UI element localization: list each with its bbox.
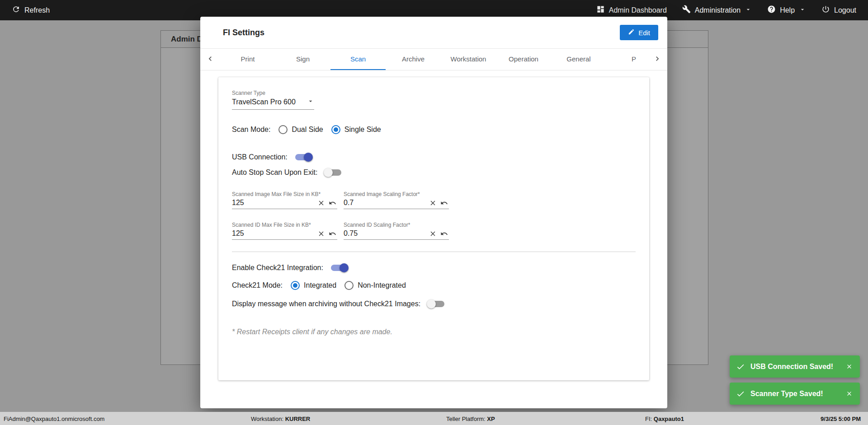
clear-icon[interactable] xyxy=(428,199,438,207)
chevron-down-icon xyxy=(799,6,806,15)
scanned-image-max-size-field: Scanned Image Max File Size in KB* xyxy=(232,191,337,209)
scanner-type-select[interactable]: Scanner Type TravelScan Pro 600 xyxy=(232,90,314,110)
clear-icon[interactable] xyxy=(428,230,438,238)
scan-settings-card: Scanner Type TravelScan Pro 600 Scan Mod… xyxy=(218,77,649,380)
tab-workstation[interactable]: Workstation xyxy=(441,49,496,70)
edit-button[interactable]: Edit xyxy=(620,25,658,40)
refresh-button[interactable]: Refresh xyxy=(12,5,50,15)
tab-clipped[interactable]: P xyxy=(606,49,647,70)
radio-unchecked-icon xyxy=(278,125,288,134)
undo-icon[interactable] xyxy=(439,230,449,238)
non-integrated-label: Non-Integrated xyxy=(358,281,406,290)
check21-mode-option-integrated[interactable]: Integrated xyxy=(291,281,336,290)
scanned-image-scaling-field: Scanned Image Scaling Factor* xyxy=(344,191,449,209)
dashboard-icon xyxy=(596,5,605,15)
help-label: Help xyxy=(780,6,795,14)
display-message-toggle[interactable] xyxy=(427,299,446,309)
logout-label: Logout xyxy=(834,6,856,14)
tabs-viewport: Print Sign Scan Archive Workstation Oper… xyxy=(220,49,647,70)
scan-mode-label: Scan Mode: xyxy=(232,126,270,134)
tabs-scroll-right-button[interactable] xyxy=(647,49,667,70)
workstation-status: Workstation: KURRER xyxy=(251,415,310,422)
chevron-right-icon xyxy=(653,54,662,65)
toast-message: Scanner Type Saved! xyxy=(750,390,845,398)
dual-side-label: Dual Side xyxy=(292,126,323,134)
usb-connection-label: USB Connection: xyxy=(232,153,288,161)
administration-label: Administration xyxy=(695,6,741,14)
auto-stop-row: Auto Stop Scan Upon Exit: xyxy=(232,168,636,177)
check-icon xyxy=(736,362,745,371)
clear-icon[interactable] xyxy=(316,199,326,207)
administration-menu[interactable]: Administration xyxy=(682,5,752,15)
teller-platform-status: Teller Platform: XP xyxy=(446,415,495,422)
usb-connection-toggle[interactable] xyxy=(294,152,313,162)
dialog-title: FI Settings xyxy=(223,28,264,37)
check21-mode-row: Check21 Mode: Integrated Non-Integrated xyxy=(232,281,636,290)
scan-mode-row: Scan Mode: Dual Side Single Side xyxy=(232,125,636,134)
toggle-thumb xyxy=(427,299,436,308)
check-icon xyxy=(736,389,745,398)
auto-stop-label: Auto Stop Scan Upon Exit: xyxy=(232,168,317,177)
help-menu[interactable]: Help xyxy=(767,5,806,15)
help-icon xyxy=(767,5,776,15)
image-size-fields-row: Scanned Image Max File Size in KB* Scann… xyxy=(232,191,636,209)
pencil-icon xyxy=(628,28,635,37)
auto-stop-toggle[interactable] xyxy=(324,168,343,177)
check21-mode-option-non-integrated[interactable]: Non-Integrated xyxy=(344,281,406,290)
tab-scan[interactable]: Scan xyxy=(330,49,386,70)
refresh-label: Refresh xyxy=(24,6,50,14)
scanner-type-value: TravelScan Pro 600 xyxy=(232,98,296,106)
logout-button[interactable]: Logout xyxy=(821,5,856,15)
usb-connection-row: USB Connection: xyxy=(232,152,636,162)
check21-row: Enable Check21 Integration: xyxy=(232,263,636,273)
close-icon[interactable] xyxy=(845,362,854,371)
chevron-down-icon xyxy=(745,6,752,15)
scan-mode-option-dual-side[interactable]: Dual Side xyxy=(278,125,323,134)
dialog-header: FI Settings Edit xyxy=(200,17,667,49)
tab-sign[interactable]: Sign xyxy=(275,49,330,70)
check21-mode-label: Check21 Mode: xyxy=(232,281,283,290)
toast-stack: USB Connection Saved! Scanner Type Saved… xyxy=(730,355,860,405)
tab-operation[interactable]: Operation xyxy=(496,49,551,70)
fi-label: FI: xyxy=(645,415,652,422)
tab-archive[interactable]: Archive xyxy=(386,49,441,70)
scanned-image-scaling-label: Scanned Image Scaling Factor* xyxy=(344,191,449,197)
scanned-image-max-size-label: Scanned Image Max File Size in KB* xyxy=(232,191,337,197)
scanned-id-scaling-label: Scanned ID Scaling Factor* xyxy=(344,222,449,228)
toast-message: USB Connection Saved! xyxy=(750,363,845,371)
toggle-thumb xyxy=(340,263,349,272)
check21-toggle[interactable] xyxy=(330,263,349,273)
undo-icon[interactable] xyxy=(328,230,337,238)
admin-dashboard-menu[interactable]: Admin Dashboard xyxy=(596,5,667,15)
undo-icon[interactable] xyxy=(439,199,449,207)
radio-checked-icon xyxy=(291,281,300,290)
admin-dashboard-label: Admin Dashboard xyxy=(609,6,667,14)
edit-button-label: Edit xyxy=(638,29,650,37)
radio-unchecked-icon xyxy=(344,281,354,290)
tabs-scroll-left-button[interactable] xyxy=(200,49,220,70)
toast-usb-connection-saved: USB Connection Saved! xyxy=(730,355,860,378)
close-icon[interactable] xyxy=(845,389,854,398)
refresh-icon xyxy=(12,5,20,15)
tabs-strip: Print Sign Scan Archive Workstation Oper… xyxy=(220,49,647,70)
undo-icon[interactable] xyxy=(328,199,337,207)
logged-in-user: FiAdmin@Qaxpauto1.onmicrosoft.com xyxy=(4,415,104,422)
clear-icon[interactable] xyxy=(316,230,326,238)
scanned-id-max-size-label: Scanned ID Max File Size in KB* xyxy=(232,222,337,228)
id-size-fields-row: Scanned ID Max File Size in KB* Scanned … xyxy=(232,222,636,240)
toggle-thumb xyxy=(324,168,333,177)
fi-settings-dialog: FI Settings Edit Print Sign Scan Archive… xyxy=(200,17,667,408)
datetime: 9/3/25 5:00 PM xyxy=(821,415,861,422)
scan-mode-option-single-side[interactable]: Single Side xyxy=(331,125,381,134)
tab-general[interactable]: General xyxy=(551,49,606,70)
scanned-id-scaling-input[interactable] xyxy=(344,229,426,238)
display-message-label: Display message when archiving without C… xyxy=(232,300,420,308)
tab-print[interactable]: Print xyxy=(220,49,275,70)
workstation-value: KURRER xyxy=(285,415,311,422)
power-icon xyxy=(821,5,830,15)
scanned-id-max-size-field: Scanned ID Max File Size in KB* xyxy=(232,222,337,240)
scanned-image-max-size-input[interactable] xyxy=(232,199,315,207)
scanned-id-max-size-input[interactable] xyxy=(232,229,315,238)
scanned-image-scaling-input[interactable] xyxy=(344,199,426,207)
radio-checked-icon xyxy=(331,125,340,134)
